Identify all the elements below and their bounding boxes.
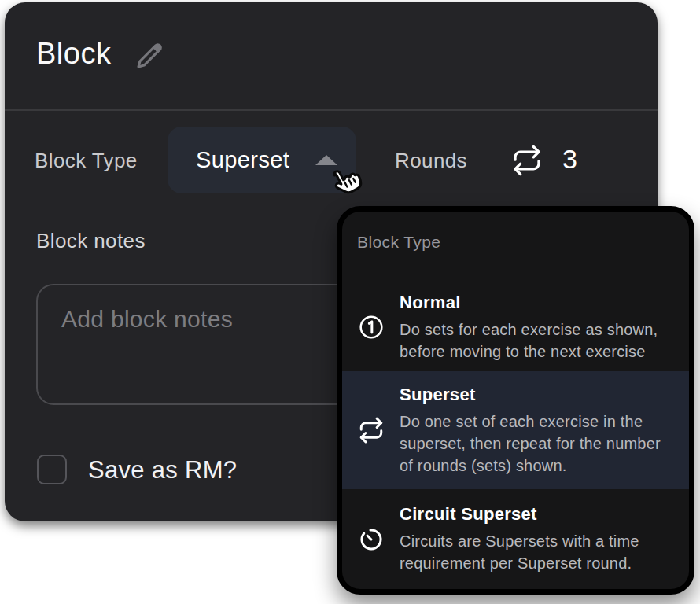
block-type-dropdown-menu: Block Type Normal Do sets for each exerc… <box>337 206 694 595</box>
block-type-dropdown-button[interactable]: Superset <box>168 127 356 193</box>
option-description: Circuits are Supersets with a time requi… <box>400 530 669 574</box>
option-circuit-superset[interactable]: Circuit Superset Circuits are Supersets … <box>342 489 689 589</box>
header-divider <box>5 109 658 111</box>
pencil-icon[interactable] <box>132 40 165 73</box>
repeat-icon <box>358 417 385 444</box>
dropdown-header: Block Type <box>357 233 440 252</box>
rounds-value[interactable]: 3 <box>562 144 577 175</box>
timer-icon <box>358 526 385 553</box>
screenshot-stage: Block Block Type Superset Rounds 3 Block… <box>0 0 700 604</box>
block-type-label: Block Type <box>35 149 138 173</box>
option-description: Do sets for each exercise as shown, befo… <box>400 319 669 363</box>
option-title: Circuit Superset <box>400 504 669 525</box>
save-rm-checkbox[interactable] <box>37 455 67 484</box>
circled-one-icon <box>358 314 385 341</box>
page-title: Block <box>36 37 111 71</box>
rounds-label: Rounds <box>395 149 467 173</box>
repeat-icon <box>511 145 543 176</box>
option-text: Normal Do sets for each exercise as show… <box>400 293 669 363</box>
block-notes-label: Block notes <box>36 229 146 253</box>
save-rm-label: Save as RM? <box>88 456 237 484</box>
chevron-up-icon <box>315 155 337 165</box>
option-description: Do one set of each exercise in the super… <box>400 411 669 477</box>
option-text: Circuit Superset Circuits are Supersets … <box>400 504 669 574</box>
option-text: Superset Do one set of each exercise in … <box>400 385 669 477</box>
block-type-value: Superset <box>196 147 289 173</box>
option-normal[interactable]: Normal Do sets for each exercise as show… <box>342 282 689 373</box>
option-title: Superset <box>400 385 669 405</box>
option-superset[interactable]: Superset Do one set of each exercise in … <box>342 371 689 489</box>
option-title: Normal <box>400 293 669 313</box>
